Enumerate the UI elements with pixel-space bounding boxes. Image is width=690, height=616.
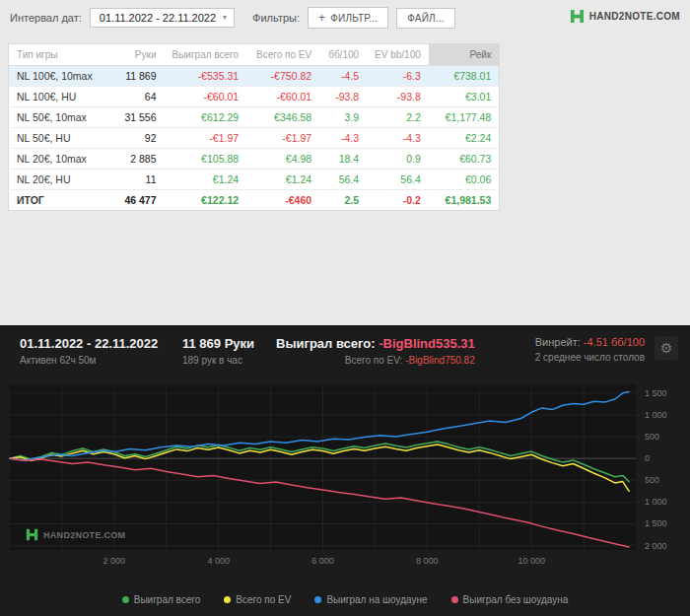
hand2note-watermark-text: HAND2NOTE.COM	[43, 530, 125, 540]
column-header[interactable]: EV bb/100	[367, 44, 429, 66]
hand2note-watermark-icon	[26, 528, 38, 541]
file-button[interactable]: ФАЙЛ...	[396, 8, 455, 29]
hands-summary: 11 869 Руки 189 рук в час	[182, 336, 276, 366]
legend-item[interactable]: Выиграл на шоудауне	[314, 594, 427, 605]
legend-label: Выиграл без шоудауна	[463, 594, 569, 605]
table-header-row: Тип игрыРукиВыиграл всегоВсего по EVбб/1…	[9, 44, 500, 66]
table-cell: 2.5	[319, 190, 367, 211]
column-header[interactable]: Выиграл всего	[165, 44, 247, 66]
table-cell: 46 477	[107, 190, 165, 211]
table-cell: 0.9	[367, 149, 429, 170]
table-cell: 18.4	[319, 149, 367, 170]
date-range-value: 01.11.2022 - 22.11.2022	[100, 12, 216, 24]
table-cell: €612.29	[165, 107, 247, 128]
table-cell: €738.01	[429, 66, 500, 87]
table-cell: 2.2	[367, 107, 429, 128]
table-cell: €346.58	[246, 107, 319, 128]
legend-item[interactable]: Выиграл без шоудауна	[451, 594, 569, 605]
svg-text:10 000: 10 000	[518, 556, 545, 566]
legend-dot	[451, 596, 458, 603]
table-cell: -93.8	[367, 87, 429, 107]
hand2note-logo-text: HAND2NOTE.COM	[589, 11, 680, 22]
add-filter-button[interactable]: + ФИЛЬТР...	[308, 7, 388, 29]
table-cell: €1.24	[246, 170, 319, 190]
svg-text:500: 500	[645, 475, 659, 485]
column-header[interactable]: Руки	[107, 44, 165, 66]
table-cell: -€750.82	[246, 66, 319, 87]
legend-label: Выиграл на шоудауне	[326, 594, 427, 605]
ev-total-label: Всего по EV:	[345, 355, 403, 366]
won-total-value: -BigBlind535.31	[379, 336, 475, 351]
table-row[interactable]: NL 50€, HU92-€1.97-€1.97-4.3-4.3€2.24	[9, 128, 500, 149]
table-row[interactable]: NL 20€, 10max2 885€105.88€4.9818.40.9€60…	[9, 149, 500, 170]
table-cell: €1,981.53	[429, 190, 500, 211]
ev-total-value: -BigBlind750.82	[405, 355, 475, 366]
active-time: Активен 62ч 50м	[20, 355, 182, 366]
column-header[interactable]: Тип игры	[9, 44, 107, 66]
column-header[interactable]: бб/100	[319, 44, 367, 66]
table-row[interactable]: NL 20€, HU11€1.24€1.2456.456.4€0.06	[9, 170, 500, 190]
table-cell: -€60.01	[246, 87, 319, 107]
table-cell: -4.3	[319, 128, 367, 149]
file-button-label: ФАЙЛ...	[407, 13, 445, 24]
game-type-cell: NL 100€, 10max	[9, 66, 107, 87]
svg-text:1 500: 1 500	[645, 388, 667, 398]
svg-text:1 000: 1 000	[645, 410, 667, 420]
legend-label: Выиграл всего	[134, 594, 201, 605]
game-type-cell: NL 50€, 10max	[9, 107, 107, 128]
table-row[interactable]: NL 100€, 10max11 869-€535.31-€750.82-4.5…	[9, 66, 500, 87]
svg-text:1 500: 1 500	[645, 518, 667, 528]
svg-text:2 000: 2 000	[645, 541, 667, 551]
winrate-label: Винрейт:	[535, 336, 581, 348]
svg-text:4 000: 4 000	[207, 556, 230, 566]
table-cell: 3.9	[319, 107, 367, 128]
table-row[interactable]: NL 100€, HU64-€60.01-€60.01-93.8-93.8€3.…	[9, 87, 500, 107]
svg-text:1 000: 1 000	[645, 497, 667, 507]
app-window: Интервал дат: 01.11.2022 - 22.11.2022 ▾ …	[0, 0, 690, 616]
svg-text:500: 500	[645, 432, 659, 442]
table-cell: -€460	[246, 190, 319, 211]
won-total-label: Выиграл всего:	[276, 336, 376, 351]
settings-gear-button[interactable]: ⚙	[655, 336, 678, 360]
legend-item[interactable]: Всего по EV	[224, 594, 291, 605]
table-cell: 31 556	[107, 107, 165, 128]
table-cell: €1,177.48	[429, 107, 500, 128]
table-cell: -6.3	[367, 66, 429, 87]
svg-text:6 000: 6 000	[311, 556, 334, 566]
gear-icon: ⚙	[660, 340, 673, 356]
legend-dot	[122, 596, 129, 603]
legend-label: Всего по EV	[236, 594, 291, 605]
game-type-cell: NL 20€, 10max	[9, 149, 107, 170]
hands-count: 11 869 Руки	[182, 336, 276, 351]
table-cell: 56.4	[367, 170, 429, 190]
filters-label: Фильтры:	[252, 12, 300, 24]
table-cell: €105.88	[165, 149, 247, 170]
table-cell: -0.2	[367, 190, 429, 211]
winrate-value: -4.51 бб/100	[584, 336, 645, 348]
table-cell: €2.24	[429, 128, 500, 149]
column-header[interactable]: Рейк	[429, 44, 500, 66]
svg-text:0: 0	[645, 453, 650, 463]
chevron-down-icon: ▾	[223, 14, 227, 22]
game-type-cell: NL 50€, HU	[9, 128, 107, 149]
legend-item[interactable]: Выиграл всего	[122, 594, 201, 605]
game-type-cell: NL 20€, HU	[9, 170, 107, 190]
svg-text:2 000: 2 000	[104, 556, 126, 566]
table-cell: -4.3	[367, 128, 429, 149]
table-cell: 56.4	[319, 170, 367, 190]
table-cell: -93.8	[319, 87, 367, 107]
winrate-summary: Винрейт: -4.51 бб/100 2 среднее число ст…	[535, 336, 645, 363]
table-row[interactable]: ИТОГ46 477€122.12-€4602.5-0.2€1,981.53	[9, 190, 500, 211]
column-header[interactable]: Всего по EV	[246, 44, 319, 66]
graph-panel: 01.11.2022 - 22.11.2022 Активен 62ч 50м …	[0, 325, 690, 616]
date-interval-label: Интервал дат:	[10, 12, 82, 24]
table-cell: -€1.97	[246, 128, 319, 149]
table-cell: €3.01	[429, 87, 500, 107]
table-cell: 11 869	[107, 66, 165, 87]
date-range-input[interactable]: 01.11.2022 - 22.11.2022 ▾	[90, 8, 235, 28]
game-type-cell: ИТОГ	[9, 190, 107, 211]
table-cell: 11	[107, 170, 165, 190]
table-row[interactable]: NL 50€, 10max31 556€612.29€346.583.92.2€…	[9, 107, 500, 128]
table-cell: €122.12	[165, 190, 247, 211]
table-cell: -€535.31	[165, 66, 247, 87]
